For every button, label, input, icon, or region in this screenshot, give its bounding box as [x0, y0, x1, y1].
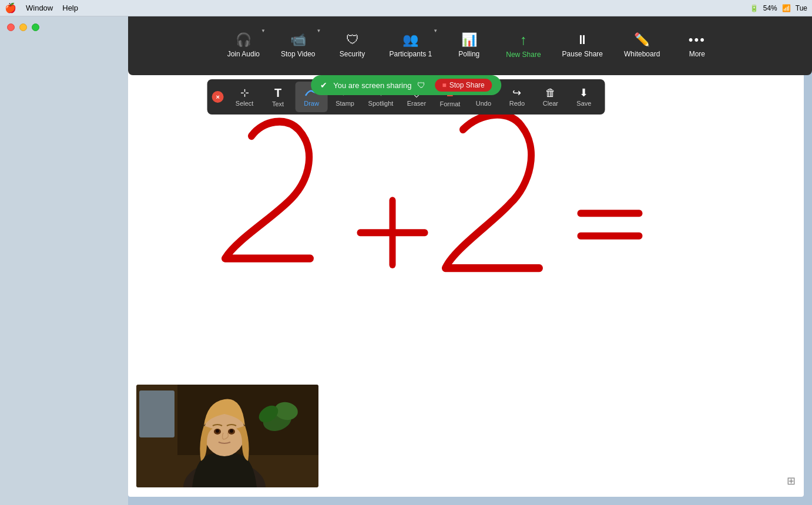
menu-apple[interactable]: 🍎 [5, 2, 16, 14]
clear-icon: 🗑 [545, 87, 556, 98]
menubar-icon-1: 🔋 [750, 4, 759, 12]
redo-tool-button[interactable]: ↪ Redo [501, 82, 533, 112]
window-sidebar [0, 16, 128, 505]
camera-preview [136, 385, 318, 487]
wifi-icon: 📶 [782, 4, 791, 12]
menu-bar-right: 🔋 54% 📶 Tue [750, 4, 807, 12]
clear-label: Clear [543, 100, 558, 107]
zoom-toolbar: ▼ 🎧 Join Audio ▼ 📹 Stop Video 🛡 Security… [128, 16, 812, 75]
menu-window[interactable]: Window [26, 4, 53, 12]
minimize-button[interactable] [19, 23, 27, 31]
stop-video-arrow: ▼ [317, 28, 321, 33]
svg-point-15 [216, 429, 219, 433]
sharing-shield-icon: 🛡 [417, 80, 425, 90]
camera-person [136, 385, 318, 487]
sharing-text: You are screen sharing [333, 81, 411, 90]
draw-label: Draw [304, 100, 319, 107]
format-label: Format [439, 100, 460, 107]
spotlight-label: Spotlight [368, 100, 394, 107]
pause-share-icon: ⏸ [576, 33, 589, 46]
menu-bar: 🍎 Window Help 🔋 54% 📶 Tue [0, 0, 812, 16]
select-icon: ⊹ [240, 87, 249, 98]
new-share-label: New Share [506, 51, 541, 59]
new-share-icon: ↑ [520, 33, 527, 47]
stop-share-dot: ■ [442, 81, 446, 89]
pause-share-label: Pause Share [562, 50, 603, 58]
text-icon: T [274, 87, 281, 99]
clock: Tue [796, 4, 807, 12]
camera-silhouette-svg [136, 385, 318, 487]
stop-share-label: Stop Share [449, 81, 485, 89]
stop-video-button[interactable]: ▼ 📹 Stop Video [270, 22, 326, 69]
expand-button[interactable]: ⊞ [787, 474, 796, 487]
save-label: Save [576, 100, 591, 107]
select-tool-button[interactable]: ⊹ Select [229, 82, 261, 112]
join-audio-icon: 🎧 [236, 33, 251, 46]
annotation-close-button[interactable]: × [212, 91, 224, 103]
polling-button[interactable]: 📊 Polling [442, 22, 495, 69]
participants-icon: 👥 [402, 33, 418, 46]
clear-tool-button[interactable]: 🗑 Clear [534, 82, 566, 112]
more-icon: ••• [689, 33, 706, 46]
more-button[interactable]: ••• More [670, 22, 723, 69]
maximize-button[interactable] [32, 23, 39, 31]
select-label: Select [236, 100, 254, 107]
join-audio-button[interactable]: ▼ 🎧 Join Audio [217, 22, 270, 69]
stamp-label: Stamp [335, 100, 354, 107]
battery-level: 54% [763, 4, 777, 12]
join-audio-label: Join Audio [227, 50, 260, 58]
whiteboard-label: Whiteboard [624, 50, 660, 58]
close-button[interactable] [7, 23, 15, 31]
traffic-lights [7, 23, 39, 31]
redo-label: Redo [509, 100, 525, 107]
security-label: Security [340, 50, 365, 58]
save-icon: ⬇ [579, 87, 588, 98]
whiteboard-icon: ✏️ [634, 33, 650, 46]
security-button[interactable]: 🛡 Security [326, 22, 379, 69]
sharing-check-icon: ✔ [320, 80, 327, 90]
security-icon: 🛡 [346, 33, 359, 46]
participants-label: Participants 1 [390, 50, 432, 58]
svg-rect-5 [139, 390, 175, 437]
polling-label: Polling [458, 50, 479, 58]
text-tool-button[interactable]: T Text [262, 82, 294, 112]
undo-label: Undo [476, 100, 491, 107]
text-label: Text [272, 100, 284, 107]
stop-share-button[interactable]: ■ Stop Share [435, 79, 491, 92]
pause-share-button[interactable]: ⏸ Pause Share [552, 22, 613, 69]
menu-help[interactable]: Help [62, 4, 78, 12]
participants-arrow: ▼ [433, 28, 438, 33]
participants-button[interactable]: ▼ 👥 Participants 1 [379, 22, 443, 69]
eraser-label: Eraser [407, 100, 426, 107]
polling-icon: 📊 [461, 33, 477, 46]
new-share-button[interactable]: ↑ New Share [495, 22, 551, 69]
join-audio-arrow: ▼ [261, 28, 266, 33]
sharing-banner: ✔ You are screen sharing 🛡 ■ Stop Share [311, 75, 501, 95]
whiteboard-button[interactable]: ✏️ Whiteboard [613, 22, 670, 69]
svg-point-16 [230, 429, 233, 433]
redo-icon: ↪ [512, 87, 521, 98]
stop-video-icon: 📹 [290, 33, 306, 46]
stop-video-label: Stop Video [281, 50, 316, 58]
save-tool-button[interactable]: ⬇ Save [568, 82, 600, 112]
more-label: More [689, 50, 705, 58]
